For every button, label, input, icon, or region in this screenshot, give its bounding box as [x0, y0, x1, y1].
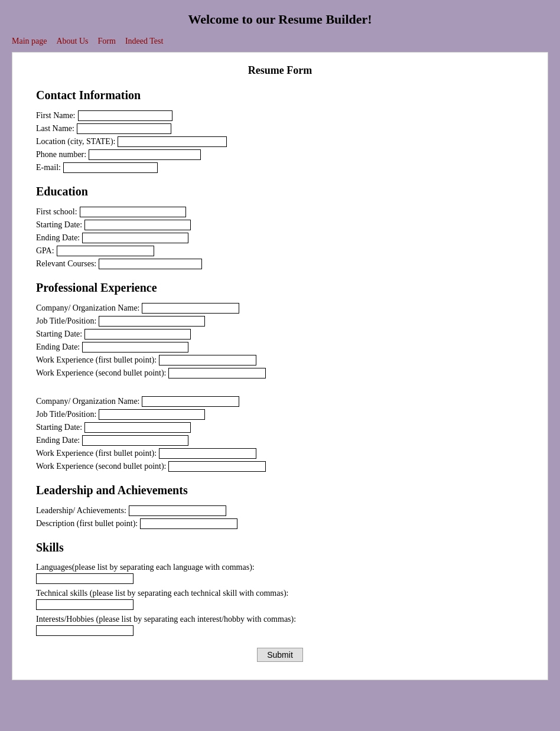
exp2-work1-row: Work Experience (first bullet point):	[36, 448, 524, 459]
jobtitle1-row: Job Title/Position:	[36, 316, 524, 327]
exp2-work2-input[interactable]	[168, 461, 266, 472]
skills-heading: Skills	[36, 541, 524, 554]
jobtitle2-input[interactable]	[99, 409, 205, 420]
exp2-start-input[interactable]	[84, 422, 191, 433]
jobtitle1-input[interactable]	[99, 316, 205, 327]
exp2-end-input[interactable]	[82, 435, 188, 446]
nav-form[interactable]: Form	[98, 37, 116, 46]
page-title: Welcome to our Resume Builder!	[0, 12, 560, 27]
exp1-work1-row: Work Experience (first bullet point):	[36, 355, 524, 366]
edu-end-label: Ending Date:	[36, 233, 80, 243]
edu-end-input[interactable]	[82, 233, 188, 243]
exp2-work2-row: Work Experience (second bullet point):	[36, 461, 524, 472]
contact-heading: Contact Information	[36, 89, 524, 102]
education-heading: Education	[36, 185, 524, 198]
last-name-row: Last Name:	[36, 123, 524, 134]
leadership-label: Leadership/ Achievements:	[36, 506, 126, 515]
exp1-start-row: Starting Date:	[36, 329, 524, 340]
languages-input[interactable]	[36, 573, 134, 584]
company1-label: Company/ Organization Name:	[36, 304, 139, 313]
email-row: E-mail:	[36, 162, 524, 173]
courses-input[interactable]	[99, 259, 202, 269]
jobtitle1-label: Job Title/Position:	[36, 316, 96, 326]
languages-label: Languages(please list by separating each…	[36, 563, 522, 572]
first-name-label: First Name:	[36, 111, 76, 120]
skills-section: Skills Languages(please list by separati…	[36, 541, 524, 636]
location-input[interactable]	[118, 136, 227, 147]
location-label: Location (city, STATE):	[36, 137, 115, 146]
first-name-input[interactable]	[78, 110, 172, 121]
company2-input[interactable]	[142, 396, 239, 407]
exp2-start-label: Starting Date:	[36, 423, 82, 432]
courses-label: Relevant Courses:	[36, 259, 96, 269]
company1-row: Company/ Organization Name:	[36, 303, 524, 314]
email-label: E-mail:	[36, 163, 61, 172]
desc-bullet1-input[interactable]	[140, 518, 237, 529]
form-container: Resume Form Contact Information First Na…	[12, 52, 548, 680]
company1-input[interactable]	[142, 303, 239, 314]
exp1-work2-row: Work Experience (second bullet point):	[36, 368, 524, 378]
leadership-row: Leadership/ Achievements:	[36, 505, 524, 516]
form-title: Resume Form	[36, 64, 524, 77]
nav-bar: Main page About Us Form Indeed Test	[0, 33, 560, 52]
phone-label: Phone number:	[36, 150, 86, 159]
experience-heading: Professional Experience	[36, 281, 524, 295]
edu-end-row: Ending Date:	[36, 233, 524, 243]
courses-row: Relevant Courses:	[36, 259, 524, 269]
leadership-section: Leadership and Achievements Leadership/ …	[36, 484, 524, 529]
exp1-end-label: Ending Date:	[36, 342, 80, 352]
exp2-end-row: Ending Date:	[36, 435, 524, 446]
experience-block-2: Company/ Organization Name: Job Title/Po…	[36, 396, 524, 472]
exp1-start-input[interactable]	[84, 329, 191, 340]
jobtitle2-row: Job Title/Position:	[36, 409, 524, 420]
first-school-input[interactable]	[80, 207, 186, 217]
company2-label: Company/ Organization Name:	[36, 397, 139, 406]
exp1-work2-label: Work Experience (second bullet point):	[36, 368, 166, 378]
experience-spacer	[36, 384, 524, 396]
exp1-work1-label: Work Experience (first bullet point):	[36, 355, 157, 365]
desc-bullet1-row: Description (first bullet point):	[36, 518, 524, 529]
tech-skills-input[interactable]	[36, 599, 134, 610]
nav-indeed[interactable]: Indeed Test	[125, 37, 163, 46]
gpa-row: GPA:	[36, 246, 524, 256]
phone-row: Phone number:	[36, 149, 524, 160]
gpa-input[interactable]	[57, 246, 154, 256]
edu-start-label: Starting Date:	[36, 220, 82, 230]
location-row: Location (city, STATE):	[36, 136, 524, 147]
submit-button[interactable]: Submit	[257, 648, 303, 662]
nav-main[interactable]: Main page	[12, 37, 47, 46]
exp1-work2-input[interactable]	[168, 368, 266, 378]
tech-skills-label: Technical skills (please list by separat…	[36, 589, 522, 598]
gpa-label: GPA:	[36, 246, 54, 256]
page-header: Welcome to our Resume Builder!	[0, 0, 560, 33]
interests-input[interactable]	[36, 625, 134, 636]
jobtitle2-label: Job Title/Position:	[36, 410, 96, 419]
leadership-heading: Leadership and Achievements	[36, 484, 524, 497]
submit-row: Submit	[36, 648, 524, 662]
last-name-input[interactable]	[77, 123, 171, 134]
first-school-row: First school:	[36, 207, 524, 217]
desc-bullet1-label: Description (first bullet point):	[36, 519, 138, 528]
education-section: Education First school: Starting Date: E…	[36, 185, 524, 269]
exp2-work1-input[interactable]	[159, 448, 256, 459]
company2-row: Company/ Organization Name:	[36, 396, 524, 407]
exp1-end-row: Ending Date:	[36, 342, 524, 353]
last-name-label: Last Name:	[36, 124, 74, 133]
exp2-work2-label: Work Experience (second bullet point):	[36, 462, 166, 471]
exp1-end-input[interactable]	[82, 342, 188, 353]
interests-row: Interests/Hobbies (please list by separa…	[36, 615, 524, 636]
edu-start-input[interactable]	[84, 220, 191, 230]
nav-about[interactable]: About Us	[56, 37, 88, 46]
exp1-work1-input[interactable]	[159, 355, 256, 366]
phone-input[interactable]	[89, 149, 201, 160]
first-name-row: First Name:	[36, 110, 524, 121]
contact-section: Contact Information First Name: Last Nam…	[36, 89, 524, 173]
exp2-end-label: Ending Date:	[36, 436, 80, 445]
first-school-label: First school:	[36, 207, 77, 217]
edu-start-row: Starting Date:	[36, 220, 524, 230]
exp1-start-label: Starting Date:	[36, 329, 82, 339]
email-input[interactable]	[63, 162, 158, 173]
experience-block-1: Company/ Organization Name: Job Title/Po…	[36, 303, 524, 378]
languages-row: Languages(please list by separating each…	[36, 563, 524, 584]
leadership-input[interactable]	[129, 505, 226, 516]
